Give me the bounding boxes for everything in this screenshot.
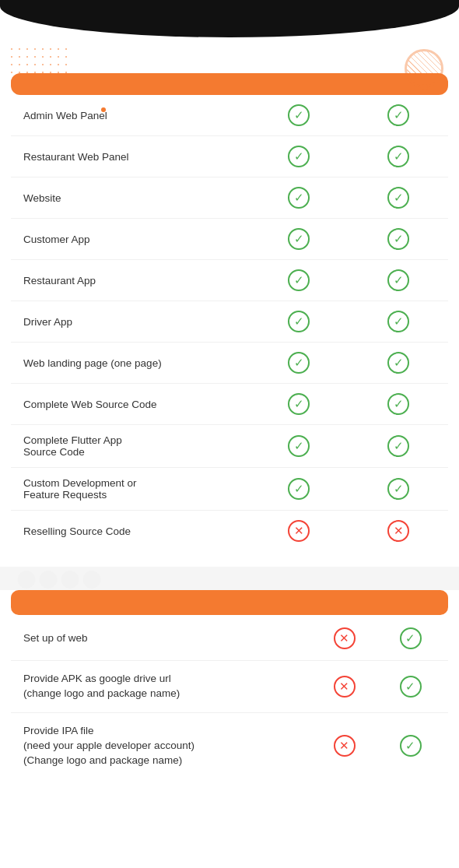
- row-label: Web landing page (one page): [11, 343, 249, 384]
- comparison-table-section: Admin Web Panel✓✓Restaurant Web Panel✓✓W…: [0, 73, 459, 567]
- check-icon: ✓: [387, 104, 409, 126]
- setup-row-label: Provide APK as google drive url (change …: [16, 672, 311, 701]
- circle-decoration: [405, 49, 443, 88]
- setup-regular-icon-cell: ✕: [311, 735, 377, 757]
- table-body: Admin Web Panel✓✓Restaurant Web Panel✓✓W…: [11, 95, 448, 551]
- dot-decoration: [422, 84, 428, 90]
- row-extended-icon: ✓: [349, 425, 448, 468]
- row-extended-icon: ✓: [349, 468, 448, 511]
- setup-extended-icon-cell: ✓: [377, 735, 443, 757]
- setup-regular-icon-cell: ✕: [311, 676, 377, 698]
- check-icon: ✓: [288, 352, 310, 374]
- dots-decoration: [8, 45, 70, 84]
- row-label: Restaurant App: [11, 260, 249, 301]
- row-extended-icon: ✓: [349, 343, 448, 384]
- row-label: Restaurant Web Panel: [11, 136, 249, 177]
- setup-header: [11, 590, 448, 615]
- divider: ••••: [0, 567, 459, 590]
- row-regular-icon: ✓: [249, 136, 349, 177]
- check-icon: ✓: [387, 146, 409, 167]
- row-extended-icon: ✓: [349, 384, 448, 425]
- table-row: Restaurant App✓✓: [11, 260, 448, 301]
- setup-row-label: Provide IPA file (need your apple develo…: [16, 724, 311, 768]
- row-regular-icon: ✓: [249, 95, 349, 136]
- table-row: Restaurant Web Panel✓✓: [11, 136, 448, 177]
- check-icon: ✓: [400, 735, 422, 757]
- row-regular-icon: ✓: [249, 425, 349, 468]
- table-row: Complete Flutter App Source Code✓✓: [11, 425, 448, 468]
- setup-rows-container: Set up of web✕✓Provide APK as google dri…: [11, 617, 448, 778]
- row-label: Custom Development or Feature Requests: [11, 468, 249, 511]
- dot-decoration: [101, 107, 106, 112]
- table-row: Admin Web Panel✓✓: [11, 95, 448, 136]
- cross-icon: ✕: [288, 520, 310, 542]
- check-icon: ✓: [387, 478, 409, 500]
- row-regular-icon: ✓: [249, 219, 349, 260]
- check-icon: ✓: [288, 393, 310, 415]
- setup-section: Set up of web✕✓Provide APK as google dri…: [0, 590, 459, 802]
- table-row: Web landing page (one page)✓✓: [11, 343, 448, 384]
- comparison-table: Admin Web Panel✓✓Restaurant Web Panel✓✓W…: [11, 73, 448, 551]
- row-extended-icon: ✓: [349, 301, 448, 343]
- check-icon: ✓: [387, 228, 409, 250]
- table-row: Customer App✓✓: [11, 219, 448, 260]
- row-label: Website: [11, 177, 249, 219]
- row-extended-icon: ✓: [349, 136, 448, 177]
- check-icon: ✓: [288, 269, 310, 291]
- header: [0, 0, 459, 37]
- check-icon: ✓: [387, 311, 409, 332]
- subtitle-section: [0, 37, 459, 73]
- check-icon: ✓: [288, 478, 310, 500]
- row-label: Driver App: [11, 301, 249, 343]
- row-label: Reselling Source Code: [11, 511, 249, 551]
- check-icon: ✓: [288, 187, 310, 209]
- row-extended-icon: ✕: [349, 511, 448, 551]
- setup-extended-icon-cell: ✓: [377, 627, 443, 649]
- cross-icon: ✕: [334, 627, 356, 649]
- row-extended-icon: ✓: [349, 95, 448, 136]
- check-icon: ✓: [288, 146, 310, 167]
- check-icon: ✓: [400, 627, 422, 649]
- check-icon: ✓: [288, 311, 310, 332]
- setup-row: Set up of web✕✓: [11, 617, 448, 661]
- row-extended-icon: ✓: [349, 219, 448, 260]
- setup-regular-icon-cell: ✕: [311, 627, 377, 649]
- setup-row: Provide IPA file (need your apple develo…: [11, 713, 448, 779]
- cross-icon: ✕: [334, 676, 356, 698]
- check-icon: ✓: [387, 352, 409, 374]
- setup-extended-icon-cell: ✓: [377, 676, 443, 698]
- row-extended-icon: ✓: [349, 177, 448, 219]
- check-icon: ✓: [400, 676, 422, 698]
- table-row: Custom Development or Feature Requests✓✓: [11, 468, 448, 511]
- check-icon: ✓: [288, 228, 310, 250]
- cross-icon: ✕: [387, 520, 409, 542]
- row-regular-icon: ✓: [249, 177, 349, 219]
- table-row: Driver App✓✓: [11, 301, 448, 343]
- cross-icon: ✕: [334, 735, 356, 757]
- header-regular: [249, 73, 349, 95]
- row-extended-icon: ✓: [349, 260, 448, 301]
- setup-row: Provide APK as google drive url (change …: [11, 661, 448, 713]
- check-icon: ✓: [288, 104, 310, 126]
- table-row: Website✓✓: [11, 177, 448, 219]
- row-regular-icon: ✓: [249, 468, 349, 511]
- check-icon: ✓: [387, 269, 409, 291]
- row-regular-icon: ✕: [249, 511, 349, 551]
- check-icon: ✓: [387, 435, 409, 457]
- check-icon: ✓: [387, 187, 409, 209]
- table-header: [11, 73, 448, 95]
- row-label: Admin Web Panel: [11, 95, 249, 136]
- check-icon: ✓: [288, 435, 310, 457]
- row-label: Customer App: [11, 219, 249, 260]
- setup-row-label: Set up of web: [16, 631, 311, 646]
- row-regular-icon: ✓: [249, 301, 349, 343]
- row-regular-icon: ✓: [249, 343, 349, 384]
- table-row: Reselling Source Code✕✕: [11, 511, 448, 551]
- row-label: Complete Flutter App Source Code: [11, 425, 249, 468]
- row-regular-icon: ✓: [249, 384, 349, 425]
- table-row: Complete Web Source Code✓✓: [11, 384, 448, 425]
- check-icon: ✓: [387, 393, 409, 415]
- row-regular-icon: ✓: [249, 260, 349, 301]
- row-label: Complete Web Source Code: [11, 384, 249, 425]
